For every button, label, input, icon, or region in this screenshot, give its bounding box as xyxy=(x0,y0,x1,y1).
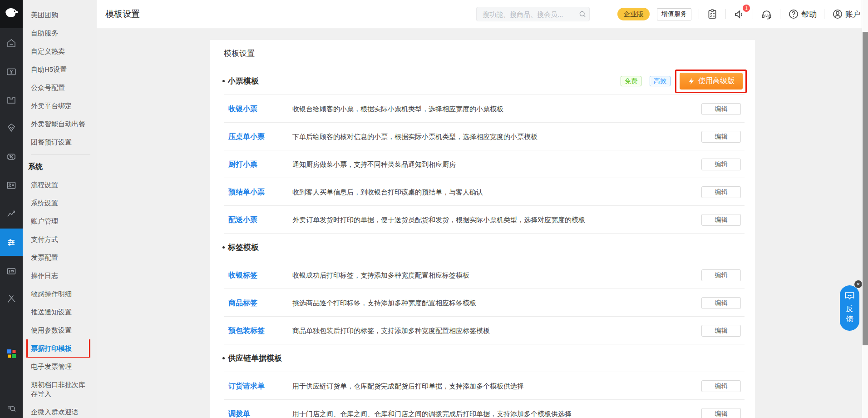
home-icon[interactable] xyxy=(0,30,23,57)
sidebar-item[interactable]: 发票配置 xyxy=(23,249,97,267)
sidebar-item[interactable]: 操作日志 xyxy=(23,267,97,285)
sidebar-item[interactable]: 自助H5设置 xyxy=(23,60,97,79)
template-name-link[interactable]: 压桌单小票 xyxy=(228,132,265,141)
account-label: 账户 xyxy=(845,9,861,20)
flash-icon xyxy=(688,78,695,85)
announcements-speaker-icon[interactable]: 1 xyxy=(733,8,745,20)
sidebar-item[interactable]: 票据打印模板 xyxy=(23,339,97,358)
sidebar-item[interactable]: 自定义热卖 xyxy=(23,42,97,60)
gem-icon[interactable] xyxy=(0,114,23,141)
template-row: 收银标签收银成功后打印标签，支持添加多种宽度配置相应标签模板编辑 xyxy=(210,261,755,289)
coupon-icon[interactable] xyxy=(0,143,23,170)
sidebar-item[interactable]: 外卖智能自动出餐 xyxy=(23,115,97,133)
edit-button[interactable]: 编辑 xyxy=(701,186,741,198)
use-premium-button[interactable]: 使用高级版 xyxy=(680,73,743,90)
edit-button[interactable]: 编辑 xyxy=(701,325,741,337)
sidebar-item[interactable]: 团餐预订设置 xyxy=(23,133,97,151)
package-icon[interactable] xyxy=(0,86,23,114)
divider xyxy=(725,9,726,19)
template-row: 压桌单小票下单后给顾客的核对信息的小票，根据实际小票机类型，选择相应宽度的小票模… xyxy=(210,123,755,150)
sidebar-item[interactable]: 电子发票管理 xyxy=(23,358,97,376)
template-name-link[interactable]: 预结单小票 xyxy=(228,187,265,197)
template-description: 用于供应链订货单，仓库配货完成配货后打印单据，支持添加多个模板供选择 xyxy=(292,382,524,390)
template-name-link[interactable]: 预包装标签 xyxy=(228,326,265,335)
topbar-actions: 企业版 增值服务 1 xyxy=(617,0,861,28)
template-row: 调拨单用于门店之间、仓库之间、仓库和门店之间的调拨完成后打印单据，支持添加多个模… xyxy=(210,400,755,418)
cash-drawer-icon[interactable] xyxy=(0,258,23,285)
feedback-widget[interactable]: 反馈 ✕ xyxy=(840,285,859,331)
sidebar-item[interactable]: 推送通知设置 xyxy=(23,303,97,321)
value-added-services-button[interactable]: 增值服务 xyxy=(657,8,691,20)
template-name-link[interactable]: 厨打小票 xyxy=(228,159,257,169)
sliders-icon[interactable] xyxy=(0,229,23,256)
template-name-link[interactable]: 订货请求单 xyxy=(228,381,265,391)
sidebar-item[interactable]: 支付方式 xyxy=(23,230,97,249)
template-name-link[interactable]: 调拨单 xyxy=(228,409,250,418)
help-label: 帮助 xyxy=(801,9,817,20)
template-name-link[interactable]: 收银小票 xyxy=(228,104,257,114)
sidebar-item[interactable]: 美团团购 xyxy=(23,6,97,24)
template-description: 收银成功后打印标签，支持添加多种宽度配置相应标签模板 xyxy=(292,271,469,279)
sidebar-item[interactable]: 外卖平台绑定 xyxy=(23,97,97,115)
sidebar-item[interactable]: 系统设置 xyxy=(23,194,97,212)
divider xyxy=(780,9,780,19)
sidebar-divider xyxy=(31,154,90,155)
section-label: 供应链单据模板 xyxy=(228,353,282,363)
edit-button[interactable]: 编辑 xyxy=(701,214,741,226)
sidebar-item[interactable]: 企微入群欢迎语 xyxy=(23,403,97,418)
tools-icon[interactable] xyxy=(0,285,23,312)
edit-button[interactable]: 编辑 xyxy=(701,159,741,170)
sub-navigation: 美团团购自助服务自定义热卖自助H5设置公众号配置外卖平台绑定外卖智能自动出餐团餐… xyxy=(23,0,97,418)
template-description: 通知厨房做菜小票，支持不同种类菜品通知到相应厨房 xyxy=(292,160,456,169)
edition-badge[interactable]: 企业版 xyxy=(617,8,650,20)
rabbit-logo-icon xyxy=(3,6,20,22)
money-icon[interactable] xyxy=(0,58,23,85)
account-link[interactable]: 账户 xyxy=(832,8,861,20)
edit-button[interactable]: 编辑 xyxy=(701,269,741,281)
template-description: 挑选商品逐个打印标签，支持添加多种宽度配置相应标签模板 xyxy=(292,299,476,307)
bullet-icon xyxy=(222,246,225,249)
template-row: 订货请求单用于供应链订货单，仓库配货完成配货后打印单据，支持添加多个模板供选择编… xyxy=(210,372,755,400)
template-row: 厨打小票通知厨房做菜小票，支持不同种类菜品通知到相应厨房编辑 xyxy=(210,150,755,178)
bullet-icon xyxy=(222,80,225,82)
keruyun-logo[interactable] xyxy=(0,0,23,28)
template-name-link[interactable]: 收银标签 xyxy=(228,270,257,280)
section-label: 小票模板 xyxy=(228,76,259,86)
apps-colored-icon[interactable] xyxy=(0,340,23,367)
section-label: 标签模板 xyxy=(228,242,259,253)
help-link[interactable]: 帮助 xyxy=(788,8,817,20)
search-input[interactable] xyxy=(477,10,576,18)
chart-icon[interactable] xyxy=(0,200,23,227)
feedback-label: 反馈 xyxy=(846,304,854,324)
template-name-link[interactable]: 配送小票 xyxy=(228,215,257,224)
support-headset-icon[interactable] xyxy=(760,8,773,20)
id-card-icon[interactable] xyxy=(0,172,23,199)
tasks-clipboard-icon[interactable] xyxy=(706,8,718,20)
sidebar-item[interactable]: 期初档口非批次库存导入 xyxy=(23,376,97,403)
panel-title: 模板设置 xyxy=(210,40,755,67)
edit-button[interactable]: 编辑 xyxy=(701,103,741,115)
sidebar-item[interactable]: 敏感操作明细 xyxy=(23,285,97,303)
template-row: 预结单小票收到客人买单信息后，到收银台打印该桌的预结单，与客人确认编辑 xyxy=(210,178,755,206)
scrollbar-thumb[interactable] xyxy=(863,32,868,345)
feedback-close-icon[interactable]: ✕ xyxy=(854,280,862,288)
edit-button[interactable]: 编辑 xyxy=(701,408,741,418)
edit-button[interactable]: 编辑 xyxy=(701,131,741,143)
bullet-icon xyxy=(222,357,225,359)
vertical-scrollbar xyxy=(862,0,868,418)
sidebar-item[interactable]: 自助服务 xyxy=(23,24,97,42)
sidebar-item[interactable]: 账户管理 xyxy=(23,212,97,230)
template-name-link[interactable]: 商品标签 xyxy=(228,298,257,308)
sidebar-group-title: 系统 xyxy=(23,158,97,176)
search-list-icon[interactable] xyxy=(0,394,23,418)
sidebar-item[interactable]: 公众号配置 xyxy=(23,79,97,97)
sidebar-item[interactable]: 流程设置 xyxy=(23,176,97,194)
edit-button[interactable]: 编辑 xyxy=(701,380,741,392)
sidebar-item[interactable]: 使用参数设置 xyxy=(23,321,97,339)
template-row: 预包装标签商品单独包装后打印的标签，支持添加多种宽度配置相应标签模板编辑 xyxy=(210,317,755,344)
template-row: 商品标签挑选商品逐个打印标签，支持添加多种宽度配置相应标签模板编辑 xyxy=(210,289,755,317)
search-icon[interactable] xyxy=(576,10,589,18)
divider xyxy=(753,9,753,19)
edit-button[interactable]: 编辑 xyxy=(701,297,741,309)
section-header-row: 标签模板 xyxy=(210,234,755,261)
